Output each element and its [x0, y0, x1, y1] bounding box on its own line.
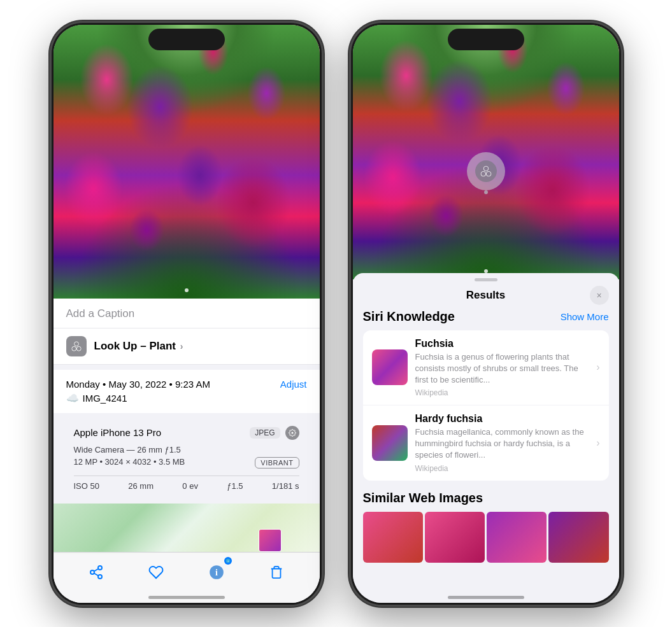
knowledge-item-hardy-fuchsia[interactable]: Hardy fuchsia Fuchsia magellanica, commo… — [363, 405, 609, 481]
knowledge-card: Fuchsia Fuchsia is a genus of flowering … — [363, 330, 609, 481]
fuchsia-desc: Fuchsia is a genus of flowering plants t… — [415, 351, 589, 386]
results-close-button[interactable]: × — [590, 286, 609, 305]
similar-image-1[interactable] — [363, 512, 423, 563]
results-header: Results × — [353, 281, 619, 309]
look-up-row[interactable]: Look Up – Plant › — [54, 328, 320, 365]
caption-placeholder[interactable]: Add a Caption — [66, 307, 135, 320]
hardy-fuchsia-chevron: › — [596, 437, 599, 449]
hardy-fuchsia-thumbnail — [372, 425, 408, 461]
visual-lookup-dot — [484, 190, 488, 194]
flower-image — [54, 25, 320, 299]
results-body: Siri Knowledge Show More Fuchsia Fuchsia… — [353, 309, 619, 563]
siri-knowledge-header: Siri Knowledge Show More — [363, 309, 609, 324]
dynamic-island — [148, 29, 225, 50]
hardy-fuchsia-info: Hardy fuchsia Fuchsia magellanica, commo… — [415, 413, 589, 473]
fuchsia-source: Wikipedia — [415, 388, 589, 397]
similar-image-4[interactable] — [548, 512, 608, 563]
similar-images-row — [363, 512, 609, 563]
svg-text:i: i — [215, 567, 218, 577]
camera-settings-icon[interactable] — [285, 426, 299, 440]
left-phone: Add a Caption Look Up – Plant › — [50, 21, 324, 607]
share-button[interactable] — [82, 558, 110, 586]
show-more-button[interactable]: Show More — [561, 311, 609, 322]
similar-web-section: Similar Web Images — [363, 491, 609, 563]
visual-lookup-circle[interactable] — [467, 152, 505, 190]
photo-area[interactable] — [54, 25, 320, 299]
knowledge-item-fuchsia[interactable]: Fuchsia Fuchsia is a genus of flowering … — [363, 330, 609, 406]
aperture-value: ƒ1.5 — [227, 481, 243, 491]
results-title: Results — [466, 289, 505, 302]
wide-camera-text: Wide Camera — 26 mm ƒ1.5 — [74, 445, 299, 454]
fuchsia-chevron: › — [596, 362, 599, 373]
info-button[interactable]: i i — [203, 558, 231, 586]
filename-text: IMG_4241 — [83, 393, 127, 404]
bottom-toolbar: i i — [54, 552, 320, 603]
delete-button[interactable] — [262, 558, 290, 586]
adjust-button[interactable]: Adjust — [280, 379, 307, 390]
vibrant-badge: VIBRANT — [255, 457, 299, 468]
exif-row: ISO 50 26 mm 0 ev ƒ1.5 1/181 s — [74, 476, 299, 491]
ev-value: 0 ev — [182, 481, 198, 491]
page-dot-indicator — [185, 288, 189, 292]
jpeg-badge: JPEG — [250, 427, 280, 439]
map-photo-thumbnail — [259, 529, 282, 552]
hardy-fuchsia-desc: Fuchsia magellanica, commonly known as t… — [415, 426, 589, 461]
favorite-button[interactable] — [142, 558, 170, 586]
camera-info-card: Apple iPhone 13 Pro JPEG Wide Camera — [64, 418, 310, 498]
cloud-icon: ☁️ — [66, 392, 79, 404]
visual-lookup-inner — [475, 160, 497, 182]
results-panel: Results × Siri Knowledge Show More — [353, 273, 619, 603]
similar-image-2[interactable] — [425, 512, 485, 563]
focal-value: 26 mm — [128, 481, 154, 491]
similar-web-title: Similar Web Images — [363, 491, 609, 505]
right-home-indicator — [448, 596, 524, 599]
date-info-section: Monday • May 30, 2022 • 9:23 AM Adjust ☁… — [54, 370, 320, 413]
look-up-chevron: › — [180, 341, 183, 351]
iso-value: ISO 50 — [74, 481, 99, 491]
phones-container: Add a Caption Look Up – Plant › — [37, 8, 636, 619]
right-page-dot — [484, 269, 488, 273]
right-phone: Results × Siri Knowledge Show More — [349, 21, 623, 607]
fuchsia-thumbnail — [372, 349, 408, 385]
hardy-fuchsia-name: Hardy fuchsia — [415, 413, 589, 425]
look-up-label: Look Up – Plant › — [94, 340, 183, 353]
fuchsia-name: Fuchsia — [415, 338, 589, 349]
right-dynamic-island — [448, 29, 524, 50]
right-photo-area[interactable] — [353, 25, 619, 279]
fuchsia-info: Fuchsia Fuchsia is a genus of flowering … — [415, 338, 589, 398]
home-indicator — [148, 596, 225, 599]
look-up-icon — [66, 336, 87, 356]
similar-image-3[interactable] — [487, 512, 547, 563]
hardy-fuchsia-source: Wikipedia — [415, 464, 589, 473]
left-phone-screen: Add a Caption Look Up – Plant › — [54, 25, 320, 603]
svg-point-0 — [291, 432, 293, 433]
date-text: Monday • May 30, 2022 • 9:23 AM — [66, 379, 210, 390]
map-area[interactable] — [54, 504, 320, 554]
caption-area[interactable]: Add a Caption — [54, 299, 320, 328]
shutter-value: 1/181 s — [272, 481, 299, 491]
right-phone-screen: Results × Siri Knowledge Show More — [353, 25, 619, 603]
mp-text: 12 MP • 3024 × 4032 • 3.5 MB — [74, 457, 185, 467]
camera-name: Apple iPhone 13 Pro — [74, 427, 162, 438]
siri-knowledge-title: Siri Knowledge — [363, 309, 455, 324]
